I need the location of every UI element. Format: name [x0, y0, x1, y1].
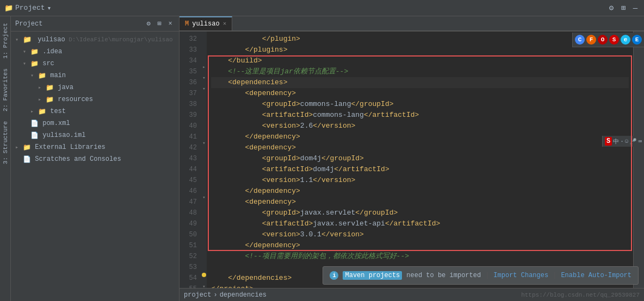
side-tabs: 1: Project 2: Favorites 3: Structure — [0, 16, 11, 301]
tree-item-src[interactable]: ▾ 📁 src — [11, 58, 179, 70]
panel-header-icons: ⚙ ⊞ × — [144, 20, 175, 28]
project-label: Project — [15, 4, 45, 12]
code-line-33: </plugins> — [211, 45, 629, 55]
item-label: main — [46, 72, 66, 79]
editor-tab-yulisao[interactable]: M yulisao × — [179, 16, 232, 30]
warning-dot — [202, 273, 206, 277]
folder-icon: 📁 — [46, 84, 54, 92]
code-line-50: <version>3.0.1</version> — [211, 229, 629, 240]
ime-smiley-icon[interactable]: ☺ — [625, 138, 629, 145]
side-tab-project[interactable]: 1: Project — [1, 18, 10, 63]
line-num-40: 40 — [179, 121, 197, 131]
tree-item-yulisao[interactable]: ▾ 📁 yulisao D:\IdeaFile\murongjar\yulisa… — [11, 34, 179, 46]
line-num-48: 48 — [179, 208, 197, 218]
opera-icon[interactable]: O — [598, 35, 608, 45]
code-content[interactable]: </plugin> </plugins> </build> <!--这里是项目j… — [207, 32, 633, 288]
edge-icon[interactable]: E — [632, 35, 642, 45]
main-layout: 1: Project 2: Favorites 3: Structure Pro… — [0, 16, 644, 301]
fold-icon-42[interactable]: ▾ — [201, 140, 207, 146]
code-line-39: <artifactId>commons-lang</artifactId> — [211, 110, 629, 121]
line-numbers: 32 33 34 35 36 37 38 39 40 41 42 43 44 4… — [179, 32, 201, 288]
close-panel-icon[interactable]: × — [166, 20, 175, 28]
top-bar-right: ⚙ ⊞ — — [607, 4, 640, 12]
item-label: yulisao — [34, 36, 65, 43]
ime-mic-icon[interactable]: 🎤 — [629, 138, 637, 145]
ime-zh-icon[interactable]: 中 — [613, 137, 619, 146]
ime-keyboard-icon[interactable]: ⌨ — [638, 138, 642, 145]
tree-item-idea[interactable]: ▾ 📁 .idea — [11, 46, 179, 58]
tab-close-button[interactable]: × — [223, 21, 227, 27]
line-num-39: 39 — [179, 110, 197, 121]
project-dropdown[interactable]: 📁 Project ▾ — [4, 4, 51, 12]
line-num-33: 33 — [179, 45, 197, 55]
fold-icon-47[interactable]: ▾ — [201, 195, 207, 200]
breadcrumb-project: project — [184, 291, 211, 299]
folder-icon: 📁 — [23, 143, 31, 152]
code-line-47: <dependency> — [211, 197, 629, 208]
fold-icon-35[interactable]: ▸ — [201, 64, 207, 70]
fold-icon-37[interactable]: ▾ — [201, 86, 207, 91]
tree-item-scratches[interactable]: 📄 Scratches and Consoles — [11, 153, 179, 165]
tree-item-resources[interactable]: ▸ 📁 resources — [11, 93, 179, 105]
fold-icon-36[interactable]: ▾ — [201, 75, 207, 80]
ie-icon[interactable]: e — [621, 35, 630, 45]
tree-item-test[interactable]: ▸ 📁 test — [11, 105, 179, 117]
code-line-51: </dependency> — [211, 240, 629, 251]
maven-auto-link[interactable]: Enable Auto-Import — [561, 272, 631, 279]
ime-dot-icon[interactable]: · — [620, 138, 624, 145]
fold-icon-54[interactable]: ▾ — [201, 284, 207, 288]
side-tab-structure[interactable]: 3: Structure — [1, 117, 10, 168]
right-sidebar — [633, 32, 644, 288]
arrow-icon: ▸ — [38, 96, 46, 103]
gear-icon[interactable]: ⚙ — [144, 20, 153, 28]
bottom-left: project › dependencies — [184, 291, 267, 299]
maven-text: need to be imported — [406, 272, 481, 279]
chrome-icon[interactable]: C — [575, 35, 585, 45]
tree-item-pom[interactable]: 📄 pom.xml — [11, 117, 179, 129]
tree-item-iml[interactable]: 📄 yulisao.iml — [11, 129, 179, 141]
side-tab-favorites[interactable]: 2: Favorites — [1, 64, 10, 116]
ime-sogou-icon[interactable]: S — [605, 137, 612, 146]
line-num-36: 36 — [179, 77, 197, 88]
top-bar-left: 📁 Project ▾ — [4, 4, 51, 12]
tree-item-java[interactable]: ▸ 📁 java — [11, 81, 179, 93]
code-line-42: <dependency> — [211, 142, 629, 153]
item-label: Scratches and Consoles — [31, 155, 121, 163]
tree-item-main[interactable]: ▾ 📁 main — [11, 70, 179, 81]
file-icon: 📄 — [23, 155, 31, 164]
layout-icon[interactable]: ⊞ — [619, 4, 628, 12]
code-line-36: <dependencies> — [211, 77, 629, 88]
code-line-49: <artifactId>javax.servlet-api</artifactI… — [211, 218, 629, 229]
code-line-45: <version>1.1</version> — [211, 175, 629, 186]
safari-icon[interactable]: S — [609, 35, 619, 45]
firefox-icon[interactable]: F — [586, 35, 596, 45]
dropdown-arrow-icon: ▾ — [47, 4, 52, 12]
item-label: yulisao.iml — [39, 131, 85, 139]
line-num-43: 43 — [179, 153, 197, 164]
code-line-38: <groupId>commons-lang</groupId> — [211, 99, 629, 110]
arrow-icon: ▾ — [23, 60, 30, 67]
folder-icon: 📁 — [38, 108, 46, 116]
code-line-37: <dependency> — [211, 88, 629, 99]
tree-item-external[interactable]: ▸ 📁 External Libraries — [11, 141, 179, 153]
arrow-icon: ▸ — [30, 108, 38, 115]
maven-import-link[interactable]: Import Changes — [493, 272, 548, 279]
folder-icon: 📁 — [30, 48, 39, 56]
maven-pipe: | — [553, 272, 556, 279]
code-line-48: <groupId>javax.servlet</groupId> — [211, 208, 629, 218]
code-line-40: <version>2.6</version> — [211, 121, 629, 131]
line-num-35: 35 — [179, 66, 197, 77]
minimize-icon[interactable]: — — [631, 4, 640, 12]
arrow-icon: ▸ — [38, 84, 46, 91]
line-num-45: 45 — [179, 175, 197, 186]
layout-icon[interactable]: ⊞ — [155, 20, 164, 28]
arrow-icon: ▸ — [15, 144, 23, 150]
code-line-44: <artifactId>dom4j</artifactId> — [211, 164, 629, 175]
arrow-icon — [23, 133, 30, 139]
line-num-44: 44 — [179, 164, 197, 175]
code-line-46: </dependency> — [211, 186, 629, 197]
arrow-icon — [23, 121, 30, 127]
settings-icon[interactable]: ⚙ — [607, 4, 616, 12]
breadcrumb-sep-icon: › — [213, 291, 217, 299]
item-label: resources — [54, 96, 93, 103]
